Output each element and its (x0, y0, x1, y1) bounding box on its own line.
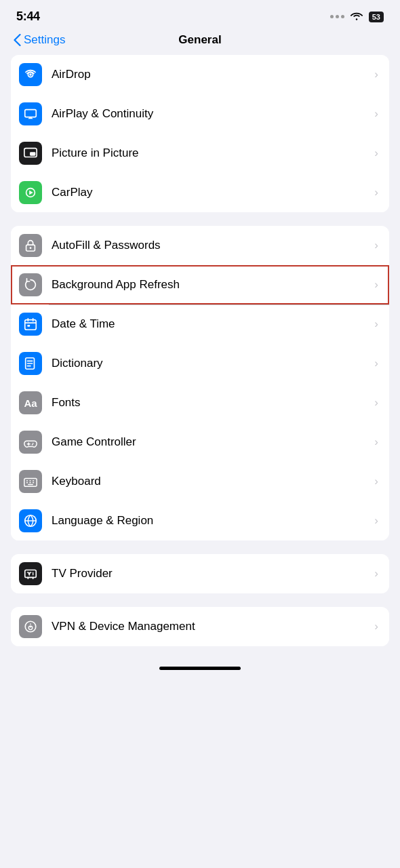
airdrop-icon (19, 63, 42, 86)
row-fonts[interactable]: Aa Fonts › (11, 383, 389, 422)
autofill-chevron: › (374, 239, 378, 252)
keyboard-label: Keyboard (52, 475, 372, 488)
svg-rect-16 (25, 570, 37, 578)
row-datetime[interactable]: Date & Time › (11, 304, 389, 344)
tvprovider-chevron: › (374, 567, 378, 580)
svg-rect-4 (30, 152, 35, 156)
dictionary-chevron: › (374, 357, 378, 370)
svg-point-18 (30, 626, 32, 628)
row-airplay[interactable]: AirPlay & Continuity › (11, 94, 389, 134)
pip-label: Picture in Picture (52, 146, 372, 160)
datetime-label: Date & Time (52, 317, 372, 331)
language-chevron: › (374, 514, 378, 528)
row-pip[interactable]: Picture in Picture › (11, 134, 389, 173)
autofill-icon (19, 234, 42, 257)
row-tvprovider[interactable]: TV Provider › (11, 554, 389, 593)
airdrop-label: AirDrop (52, 68, 372, 81)
row-language[interactable]: Language & Region › (11, 501, 389, 540)
vpn-icon (19, 615, 42, 638)
dictionary-icon (19, 352, 42, 375)
row-vpn[interactable]: VPN & Device Management › (11, 607, 389, 646)
airdrop-chevron: › (374, 68, 378, 81)
datetime-chevron: › (374, 317, 378, 331)
gamecontroller-chevron: › (374, 435, 378, 449)
row-keyboard[interactable]: Keyboard › (11, 462, 389, 501)
tvprovider-icon (19, 562, 42, 585)
home-indicator (0, 660, 400, 675)
row-autofill[interactable]: AutoFill & Passwords › (11, 226, 389, 265)
keyboard-icon (19, 470, 42, 493)
page-title: General (178, 33, 221, 47)
pip-chevron: › (374, 146, 378, 160)
signal-icon (330, 15, 344, 18)
row-dictionary[interactable]: Dictionary › (11, 344, 389, 383)
back-label: Settings (24, 33, 65, 47)
bgrefresh-chevron: › (374, 278, 378, 292)
row-gamecontroller[interactable]: Game Controller › (11, 422, 389, 462)
tvprovider-label: TV Provider (52, 567, 372, 580)
language-icon (19, 509, 42, 532)
vpn-label: VPN & Device Management (52, 620, 372, 633)
svg-rect-10 (27, 325, 30, 327)
airplay-chevron: › (374, 107, 378, 121)
section-4: VPN & Device Management › (11, 607, 389, 646)
svg-point-12 (33, 443, 34, 444)
svg-marker-6 (29, 191, 33, 195)
status-bar: 5:44 53 (0, 0, 400, 29)
autofill-label: AutoFill & Passwords (52, 239, 372, 252)
fonts-label: Fonts (52, 396, 372, 410)
datetime-icon (19, 313, 42, 336)
status-icons: 53 (330, 10, 384, 24)
svg-point-1 (29, 73, 32, 76)
carplay-label: CarPlay (52, 186, 372, 199)
pip-icon (19, 142, 42, 165)
carplay-chevron: › (374, 186, 378, 199)
svg-rect-9 (25, 320, 37, 330)
bgrefresh-icon (19, 273, 42, 296)
dictionary-label: Dictionary (52, 357, 372, 370)
vpn-chevron: › (374, 620, 378, 633)
fonts-chevron: › (374, 396, 378, 410)
status-time: 5:44 (16, 9, 40, 24)
keyboard-chevron: › (374, 475, 378, 488)
svg-point-13 (32, 444, 33, 446)
bgrefresh-label: Background App Refresh (52, 278, 372, 292)
row-bgrefresh[interactable]: Background App Refresh › (11, 265, 389, 304)
back-button[interactable]: Settings (14, 33, 65, 47)
wifi-icon (350, 10, 363, 24)
airplay-icon (19, 102, 42, 125)
section-2: AutoFill & Passwords › Background App Re… (11, 226, 389, 540)
fonts-icon: Aa (19, 391, 42, 414)
section-1: AirDrop › AirPlay & Continuity › Picture… (11, 55, 389, 212)
airplay-label: AirPlay & Continuity (52, 107, 372, 121)
svg-point-8 (30, 247, 32, 249)
carplay-icon (19, 181, 42, 204)
battery-indicator: 53 (369, 12, 384, 22)
svg-rect-2 (25, 110, 37, 117)
nav-bar: Settings General (0, 29, 400, 55)
row-carplay[interactable]: CarPlay › (11, 173, 389, 212)
gamecontroller-label: Game Controller (52, 435, 372, 449)
language-label: Language & Region (52, 514, 372, 528)
section-3: TV Provider › (11, 554, 389, 593)
gamecontroller-icon (19, 431, 42, 454)
home-bar (159, 667, 241, 670)
row-airdrop[interactable]: AirDrop › (11, 55, 389, 94)
